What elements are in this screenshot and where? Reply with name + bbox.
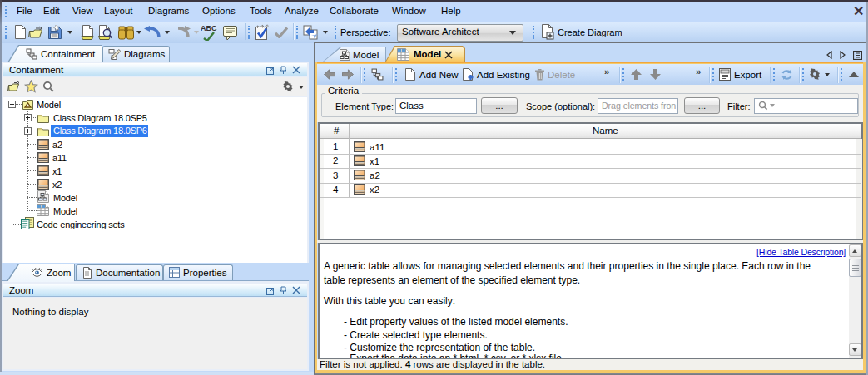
svg-text:ABC: ABC — [201, 24, 217, 32]
